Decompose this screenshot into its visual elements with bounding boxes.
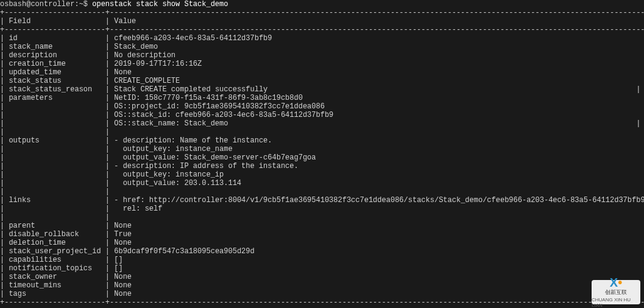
row-stack-name: | stack_name | Stack_demo | — [0, 43, 644, 51]
row-tags: | tags | None | — [0, 290, 644, 298]
row-capabilities: | capabilities | [] | — [0, 256, 644, 264]
row-param-stackname: | | OS::stack_name: Stack_demo | — [0, 119, 640, 128]
row-stack-owner: | stack_owner | None | — [0, 273, 644, 281]
row-timeout-mins: | timeout_mins | None | — [0, 281, 644, 290]
row-out-val2: | | output_value: 203.0.113.114 | — [0, 179, 644, 187]
command-text: openstack stack show Stack_demo — [92, 0, 228, 9]
shell-prompt[interactable]: osbash@controller:~$ openstack stack sho… — [0, 0, 228, 9]
prompt-user-host: osbash@controller:~$ — [0, 0, 92, 9]
row-out-val1: | | output_value: Stack_demo-server-c64b… — [0, 153, 644, 162]
row-deletion-time: | deletion_time | None | — [0, 239, 644, 247]
row-out-desc2: | | - description: IP address of the ins… — [0, 162, 644, 170]
header-field: Field — [9, 17, 30, 26]
watermark-brand: 创新互联 — [605, 289, 627, 296]
terminal-output: osbash@controller:~$ openstack stack sho… — [0, 0, 644, 308]
row-param-stackid: | | OS::stack_id: cfeeb966-a203-4ec6-83a… — [0, 111, 644, 119]
row-stack-status-reason: | stack_status_reason | Stack CREATE com… — [0, 85, 640, 94]
watermark-logo: X• 创新互联 CHUANG XIN HU LIAN — [592, 280, 640, 304]
row-updated-time: | updated_time | None | — [0, 68, 644, 77]
row-parameters: | parameters | NetID: 158c7770-f15a-431f… — [0, 94, 644, 102]
watermark-icon: X• — [610, 276, 622, 289]
row-description: | description | No description | — [0, 51, 644, 60]
row-id: | id | cfeeb966-a203-4ec6-83a5-64112d37b… — [0, 34, 644, 43]
row-out-key1: | | output_key: instance_name | — [0, 145, 644, 153]
row-out-key2: | | output_key: instance_ip | — [0, 170, 644, 179]
row-param-project: | | OS::project_id: 9cb5f1ae3695410382f3… — [0, 102, 644, 111]
row-blank3: | | | — [0, 213, 644, 222]
row-stack-user-project-id: | stack_user_project_id | 6b9dcaf9f0f547… — [0, 247, 644, 256]
table-header-row: | Field | Value | — [0, 17, 644, 26]
row-links-rel: | | rel: self | — [0, 205, 644, 213]
row-outputs: | outputs | - description: Name of the i… — [0, 136, 644, 145]
row-disable-rollback: | disable_rollback | True | — [0, 230, 644, 239]
row-blank2: | | | — [0, 187, 644, 196]
row-notification-topics: | notification_topics | [] | — [0, 264, 644, 273]
watermark-sub: CHUANG XIN HU LIAN — [592, 297, 640, 308]
row-blank1: | | | — [0, 128, 644, 136]
row-parent: | parent | None | — [0, 222, 644, 230]
row-stack-status: | stack_status | CREATE_COMPLETE | — [0, 77, 644, 85]
header-value: Value — [114, 17, 136, 26]
row-links: | links | - href: http://controller:8004… — [0, 196, 644, 205]
row-creation-time: | creation_time | 2019-09-17T17:16:16Z | — [0, 60, 644, 68]
